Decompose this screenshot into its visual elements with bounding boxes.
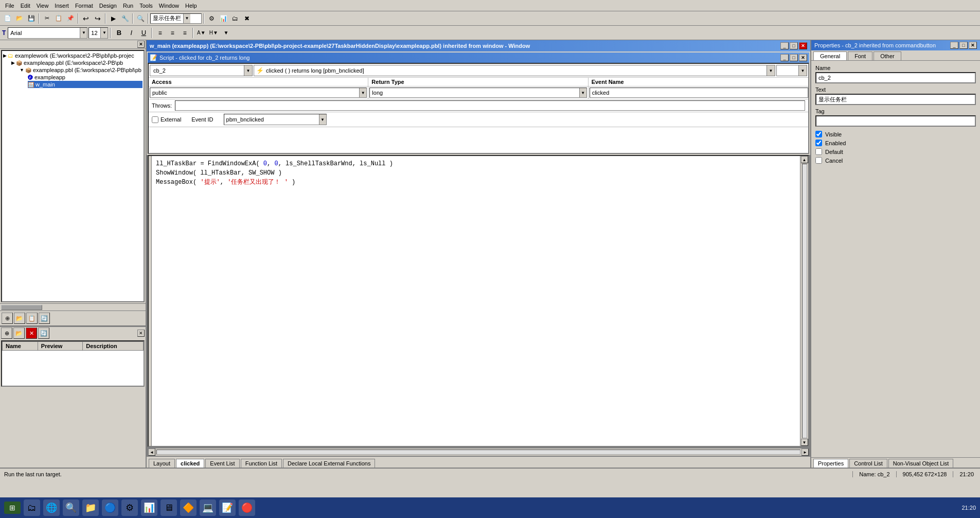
- code-hscrollbar[interactable]: ◄ ►: [148, 448, 809, 456]
- menu-item-run[interactable]: Run: [120, 2, 136, 10]
- cancel-checkbox[interactable]: [815, 157, 822, 164]
- menu-item-window[interactable]: Window: [156, 2, 182, 10]
- event-select-arrow[interactable]: ▼: [767, 65, 775, 76]
- prop-tab-font[interactable]: Font: [848, 51, 872, 60]
- align-center-btn[interactable]: ≡: [167, 27, 178, 39]
- extra-btn-4[interactable]: ✖: [241, 13, 253, 24]
- prop-text-input[interactable]: [815, 94, 976, 105]
- right-tab-non-visual[interactable]: Non-Visual Object List: [888, 459, 954, 468]
- return-type-cell[interactable]: long ▼: [368, 87, 588, 99]
- menu-item-insert[interactable]: Insert: [51, 2, 72, 10]
- throws-input[interactable]: [175, 100, 805, 111]
- bottom-btn1[interactable]: ⊕: [1, 327, 12, 339]
- taskbar-icon-12[interactable]: 🔴: [239, 499, 255, 516]
- left-toolbar-btn1[interactable]: ⊕: [2, 313, 13, 324]
- taskbar-icon-3[interactable]: 🔍: [63, 499, 79, 516]
- hscroll-right-btn[interactable]: ►: [801, 448, 809, 456]
- bottom-btn4[interactable]: 🔄: [38, 327, 49, 339]
- left-toolbar-btn2[interactable]: 📂: [14, 313, 25, 324]
- enabled-checkbox[interactable]: [815, 140, 822, 146]
- taskbar-icon-11[interactable]: 📝: [219, 499, 236, 516]
- align-right-btn[interactable]: ≡: [179, 27, 190, 39]
- hscroll-left-btn[interactable]: ◄: [148, 448, 155, 456]
- display-combo-arrow[interactable]: ▼: [183, 14, 190, 23]
- copy-btn[interactable]: 📋: [53, 13, 64, 24]
- win-maximize-btn[interactable]: □: [790, 42, 798, 49]
- taskbar-icon-1[interactable]: 🗂: [24, 499, 40, 516]
- event-select-combo[interactable]: ⚡ clicked ( ) returns long [pbm_bnclicke…: [254, 65, 775, 76]
- event-name-input[interactable]: [590, 88, 808, 98]
- font-name-combo[interactable]: Arial ▼: [8, 27, 87, 39]
- run-btn[interactable]: ▶: [108, 13, 119, 24]
- right-max-btn[interactable]: □: [959, 42, 968, 49]
- hscroll-track[interactable]: [156, 450, 800, 455]
- code-editor[interactable]: ll_HTaskBar = FindWindowExA( 0, 0, ls_Sh…: [152, 156, 800, 446]
- event-id-arrow[interactable]: ▼: [319, 114, 326, 125]
- menu-item-view[interactable]: View: [33, 2, 52, 10]
- start-button[interactable]: ⊞: [4, 502, 21, 514]
- menu-item-help[interactable]: Help: [182, 2, 200, 10]
- undo-btn[interactable]: ↩: [80, 13, 92, 24]
- tree-item-workspace[interactable]: ▶ 🗂 examplework (E:\workspace\2-PB\pbl\p…: [3, 52, 142, 59]
- object-select-combo[interactable]: cb_2 ▼: [150, 65, 253, 76]
- menu-item-format[interactable]: Format: [72, 2, 96, 10]
- more-format-btn[interactable]: ▼: [220, 27, 231, 39]
- win-close-btn[interactable]: ✕: [799, 42, 807, 49]
- redo-btn[interactable]: ↪: [92, 13, 103, 24]
- underline-button[interactable]: U: [138, 27, 149, 39]
- extra-btn-1[interactable]: ⚙: [206, 13, 217, 24]
- cut-btn[interactable]: ✂: [41, 13, 52, 24]
- extra-dropdown-arrow[interactable]: ▼: [798, 65, 807, 76]
- taskbar-icon-8[interactable]: 🖥: [161, 499, 177, 516]
- font-size-combo[interactable]: 12 ▼: [88, 27, 108, 39]
- font-name-arrow[interactable]: ▼: [80, 28, 87, 38]
- menu-item-design[interactable]: Design: [96, 2, 120, 10]
- left-tree-hscroll[interactable]: [0, 303, 146, 310]
- bottom-btn3[interactable]: ✕: [26, 327, 37, 339]
- script-close-btn[interactable]: ✕: [799, 54, 807, 61]
- tab-layout[interactable]: Layout: [149, 459, 175, 468]
- script-maximize-btn[interactable]: □: [790, 54, 798, 61]
- tab-event-list[interactable]: Event List: [205, 459, 239, 468]
- taskbar-icon-10[interactable]: 💻: [200, 499, 216, 516]
- paste-btn[interactable]: 📌: [65, 13, 76, 24]
- open-btn[interactable]: 📂: [14, 13, 25, 24]
- script-minimize-btn[interactable]: _: [780, 54, 789, 61]
- scroll-down-btn[interactable]: ▼: [801, 439, 808, 446]
- tree-item-pbl1[interactable]: ▶ 📦 exampleapp.pbl (E:\workspace\2-PB\pb: [11, 59, 142, 66]
- text-color-btn[interactable]: A▼: [195, 27, 207, 39]
- scroll-up-btn[interactable]: ▲: [801, 156, 808, 163]
- bottom-btn2[interactable]: 📂: [13, 327, 25, 339]
- menu-item-edit[interactable]: Edit: [17, 2, 33, 10]
- tab-function-list[interactable]: Function List: [241, 459, 282, 468]
- taskbar-icon-2[interactable]: 🌐: [43, 499, 60, 516]
- taskbar-icon-5[interactable]: 🔵: [102, 499, 118, 516]
- right-min-btn[interactable]: _: [950, 42, 958, 49]
- left-toolbar-btn4[interactable]: 🔄: [39, 313, 50, 324]
- highlight-btn[interactable]: H▼: [208, 27, 219, 39]
- bottom-close-btn[interactable]: ✕: [137, 330, 145, 337]
- tree-view[interactable]: ▶ 🗂 examplework (E:\workspace\2-PB\pbl\p…: [1, 50, 145, 302]
- debug-btn[interactable]: 🔧: [119, 13, 131, 24]
- right-tab-control-list[interactable]: Control List: [849, 459, 887, 468]
- object-select-arrow[interactable]: ▼: [244, 65, 252, 76]
- tree-item-pbl2[interactable]: ▼ 📦 exampleapp.pbl (E:\workspace\2-PB\pb…: [20, 66, 142, 74]
- win-minimize-btn[interactable]: _: [780, 42, 789, 49]
- left-panel-close[interactable]: ✕: [137, 41, 145, 48]
- tree-item-wmain[interactable]: 🪟 w_main: [28, 81, 142, 88]
- access-select-cell[interactable]: public ▼: [149, 87, 368, 99]
- prop-tab-general[interactable]: General: [813, 51, 847, 60]
- extra-dropdown[interactable]: ▼: [776, 65, 807, 76]
- align-left-btn[interactable]: ≡: [154, 27, 166, 39]
- menu-item-file[interactable]: File: [2, 2, 17, 10]
- prop-tag-input[interactable]: [815, 115, 976, 127]
- search-btn[interactable]: 🔍: [135, 13, 146, 24]
- save-btn[interactable]: 💾: [26, 13, 37, 24]
- event-id-combo[interactable]: pbm_bnclicked ▼: [224, 114, 327, 125]
- visible-checkbox[interactable]: [815, 131, 822, 137]
- right-tab-properties[interactable]: Properties: [813, 459, 848, 468]
- tree-item-app[interactable]: 🅐 exampleapp: [28, 74, 142, 81]
- taskbar-icon-7[interactable]: 📊: [141, 499, 157, 516]
- display-combo[interactable]: 显示任务栏 ▼: [150, 13, 202, 24]
- prop-name-input[interactable]: [815, 72, 976, 83]
